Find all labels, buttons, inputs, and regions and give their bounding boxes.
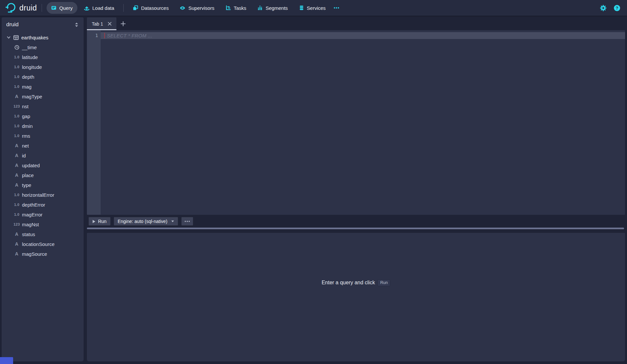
column-row-magType[interactable]: AmagType	[2, 91, 84, 101]
column-name: magError	[22, 212, 43, 217]
sidebar-header: druid	[2, 17, 84, 32]
navbar-right: ?	[599, 4, 627, 12]
more-dots-icon	[185, 221, 190, 222]
column-row-dmin[interactable]: 1.0dmin	[2, 121, 84, 131]
panel-splitter[interactable]	[87, 228, 624, 229]
plus-icon	[121, 21, 126, 26]
column-row-mag[interactable]: 1.0mag	[2, 82, 84, 91]
column-row-depth[interactable]: 1.0depth	[2, 72, 84, 82]
column-row-depthError[interactable]: 1.0depthError	[2, 200, 84, 210]
current-line-highlight	[87, 32, 625, 39]
column-name: depth	[22, 74, 34, 80]
column-row-latitude[interactable]: 1.0latitude	[2, 52, 84, 62]
nav-item-label: Load data	[92, 5, 114, 11]
type-badge-string: A	[13, 251, 21, 256]
engine-label: Engine: auto (sql-native)	[118, 219, 168, 224]
column-name: type	[22, 182, 31, 188]
top-navbar: druid QueryLoad data DatasourcesSupervis…	[0, 0, 627, 16]
add-tab-button[interactable]	[116, 17, 130, 30]
column-name: magNst	[22, 222, 39, 227]
bar-chart-icon	[257, 5, 263, 10]
column-name: horizontalError	[22, 192, 54, 198]
type-badge-float: 1.0	[13, 65, 21, 69]
column-row-locationSource[interactable]: AlocationSource	[2, 239, 84, 249]
column-row-rms[interactable]: 1.0rms	[2, 131, 84, 141]
tab-bar: Tab 1	[87, 17, 625, 30]
datasources-icon	[133, 5, 138, 10]
nav-item-label: Services	[307, 5, 326, 11]
column-row-updated[interactable]: Aupdated	[2, 160, 84, 170]
column-row-type[interactable]: Atype	[2, 180, 84, 190]
column-name: nst	[22, 104, 29, 109]
nav-item-query[interactable]: Query	[47, 2, 77, 14]
column-sort-button[interactable]	[74, 22, 79, 28]
column-row-id[interactable]: Aid	[2, 151, 84, 160]
help-button[interactable]: ?	[613, 4, 621, 12]
column-row-magSource[interactable]: AmagSource	[2, 249, 84, 259]
run-button[interactable]: Run	[89, 217, 111, 226]
engine-select-button[interactable]: Engine: auto (sql-native)	[114, 217, 178, 226]
type-badge-float: 1.0	[13, 124, 21, 128]
type-badge-float: 1.0	[13, 134, 21, 138]
gantt-icon	[226, 5, 231, 10]
column-row-magNst[interactable]: 123magNst	[2, 219, 84, 229]
nav-item-label: Query	[59, 5, 73, 11]
editor-placeholder: SELECT * FROM ...	[107, 32, 152, 39]
line-number: 1	[87, 32, 98, 39]
sql-editor[interactable]: 1 SELECT * FROM ...	[87, 30, 625, 215]
eye-icon	[180, 5, 185, 11]
tab-1[interactable]: Tab 1	[87, 17, 116, 30]
type-badge-float: 1.0	[13, 193, 21, 197]
column-row-place[interactable]: Aplace	[2, 170, 84, 180]
double-caret-vertical-icon	[75, 23, 78, 27]
chevron-down-icon[interactable]	[7, 36, 13, 39]
nav-item-load-data[interactable]: Load data	[79, 2, 119, 14]
logo-text: druid	[19, 4, 37, 12]
nav-item-label: Tasks	[234, 5, 246, 11]
column-name: mag	[22, 84, 31, 90]
type-badge-string: A	[13, 232, 21, 237]
nav-item-label: Segments	[266, 5, 288, 11]
type-badge-string: A	[13, 163, 21, 168]
type-badge-string: A	[13, 182, 21, 188]
nav-item-segments[interactable]: Segments	[253, 2, 293, 14]
nav-item-datasources[interactable]: Datasources	[128, 2, 173, 14]
run-toolbar: Run Engine: auto (sql-native)	[89, 217, 193, 226]
druid-console: druid QueryLoad data DatasourcesSupervis…	[0, 0, 627, 364]
query-more-button[interactable]	[181, 217, 193, 226]
column-name: id	[22, 153, 26, 158]
svg-text:?: ?	[616, 6, 618, 10]
schema-title: druid	[6, 21, 19, 28]
type-badge-string: A	[13, 241, 21, 247]
column-row-gap[interactable]: 1.0gap	[2, 111, 84, 121]
column-row-net[interactable]: Anet	[2, 141, 84, 151]
type-badge-int: 123	[13, 222, 21, 226]
editor-gutter	[87, 30, 101, 215]
settings-button[interactable]	[599, 4, 607, 12]
navbar-divider	[42, 4, 42, 12]
nav-item-tasks[interactable]: Tasks	[221, 2, 251, 14]
caret-down-icon	[171, 220, 174, 222]
datasource-row-earthquakes[interactable]: earthquakes	[2, 32, 84, 42]
empty-results-text: Enter a query and click	[322, 280, 375, 285]
tab-close-button[interactable]	[107, 21, 112, 27]
column-row-__time[interactable]: __time	[2, 42, 84, 52]
column-name: magType	[22, 94, 42, 99]
column-row-longitude[interactable]: 1.0longitude	[2, 62, 84, 72]
navbar-more-button[interactable]	[330, 2, 343, 14]
type-badge-string: A	[13, 153, 21, 158]
type-badge-float: 1.0	[13, 55, 21, 59]
results-panel: Enter a query and clickRun	[87, 233, 625, 361]
column-row-nst[interactable]: 123nst	[2, 101, 84, 111]
druid-logo[interactable]: druid	[0, 2, 37, 13]
nav-item-supervisors[interactable]: Supervisors	[175, 2, 219, 14]
column-row-horizontalError[interactable]: 1.0horizontalError	[2, 190, 84, 200]
column-row-magError[interactable]: 1.0magError	[2, 210, 84, 219]
column-row-status[interactable]: Astatus	[2, 229, 84, 239]
type-badge-float: 1.0	[13, 114, 21, 118]
nav-item-services[interactable]: Services	[294, 2, 331, 14]
column-name: locationSource	[22, 241, 54, 247]
blue-square	[0, 357, 13, 364]
tab-label: Tab 1	[92, 21, 103, 27]
type-badge-float: 1.0	[13, 75, 21, 79]
